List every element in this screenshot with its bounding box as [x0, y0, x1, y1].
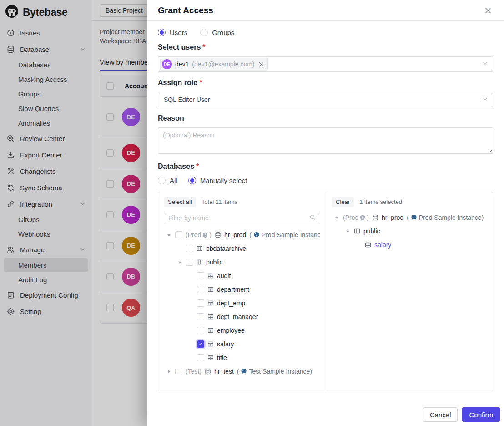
- tree-node-hr-prod[interactable]: (Prod)hr_prod(Prod Sample Instance): [332, 211, 487, 224]
- database-transfer-panel: Select all Total 11 items (Prod)hr_prod(…: [158, 192, 493, 391]
- tree-node-checkbox[interactable]: [175, 231, 182, 238]
- tree-node-employee[interactable]: employee: [164, 324, 320, 337]
- select-users-label: Select users*: [158, 43, 493, 51]
- close-icon[interactable]: [483, 5, 493, 15]
- tree-arrow-spacer: [176, 245, 183, 252]
- tree-collapse-arrow-icon[interactable]: [344, 228, 351, 234]
- tree-node-dept-manager[interactable]: dept_manager: [164, 310, 320, 324]
- tree-node-name: dept_manager: [217, 313, 258, 320]
- tree-node-public[interactable]: public: [164, 255, 320, 269]
- radio-manually-select[interactable]: Manually select: [188, 177, 247, 184]
- tree-collapse-arrow-icon[interactable]: [166, 232, 172, 238]
- tree-node-checkbox[interactable]: [197, 340, 204, 348]
- confirm-button[interactable]: Confirm: [462, 407, 500, 422]
- tree-node-checkbox[interactable]: [197, 354, 204, 361]
- radio-all-databases[interactable]: All: [158, 177, 177, 184]
- tree-arrow-spacer: [187, 300, 194, 306]
- tree-arrow-spacer: [355, 242, 362, 248]
- tree-node-checkbox[interactable]: [186, 245, 193, 252]
- table-icon: [207, 355, 214, 361]
- tree-node-checkbox[interactable]: [197, 272, 204, 279]
- dialog-footer: Cancel Confirm: [147, 403, 504, 426]
- required-asterisk: *: [196, 162, 199, 170]
- avatar: DE: [162, 59, 172, 69]
- tree-collapse-arrow-icon[interactable]: [333, 214, 340, 221]
- postgresql-icon: [411, 214, 417, 221]
- tree-node-department[interactable]: department: [164, 283, 320, 296]
- tree-arrow-spacer: [187, 341, 194, 347]
- tree-node-salary[interactable]: salary: [164, 337, 320, 351]
- tree-node-checkbox[interactable]: [186, 259, 193, 266]
- filter-by-name-input[interactable]: [168, 214, 307, 222]
- reason-label: Reason: [158, 114, 493, 122]
- tree-expand-arrow-icon[interactable]: [166, 368, 172, 375]
- databases-label: Databases*: [158, 162, 493, 171]
- chevron-down-icon: [482, 96, 488, 104]
- chevron-down-icon: [482, 60, 488, 68]
- selected-items-count: 1 items selected: [359, 198, 402, 205]
- select-users-input[interactable]: DE dev1 (dev1@example.com): [158, 56, 493, 72]
- table-icon: [207, 273, 214, 279]
- tree-node-public[interactable]: public: [332, 224, 487, 238]
- tree-arrow-spacer: [187, 314, 194, 320]
- table-icon: [207, 286, 214, 293]
- tree-node-checkbox[interactable]: [197, 286, 204, 293]
- instance-label: (Test Sample Instance): [237, 368, 312, 375]
- environment-protected-shield-icon: [202, 232, 208, 238]
- tree-node-name: public: [206, 259, 223, 266]
- selected-user-tag: DE dev1 (dev1@example.com): [160, 58, 268, 71]
- postgresql-icon: [253, 232, 260, 238]
- tree-arrow-spacer: [187, 286, 194, 293]
- database-icon: [372, 214, 378, 221]
- tree-collapse-arrow-icon[interactable]: [176, 259, 183, 265]
- reason-textarea[interactable]: [158, 127, 493, 154]
- database-scope-radio-group: All Manually select: [158, 177, 493, 184]
- tree-node-hr-test[interactable]: (Test)hr_test(Test Sample Instance): [164, 365, 320, 378]
- tree-node-title[interactable]: title: [164, 351, 320, 365]
- select-all-button[interactable]: Select all: [164, 197, 196, 207]
- table-icon: [207, 314, 214, 320]
- tree-node-name: audit: [217, 272, 231, 279]
- tree-node-name: dept_emp: [217, 299, 245, 307]
- tree-node-hr-prod[interactable]: (Prod)hr_prod(Prod Sample Instance): [164, 228, 320, 242]
- tree-arrow-spacer: [187, 355, 194, 361]
- dialog-header: Grant Access: [147, 0, 504, 21]
- radio-groups[interactable]: Groups: [200, 29, 234, 36]
- tree-node-name: title: [217, 354, 227, 361]
- clear-button[interactable]: Clear: [332, 197, 354, 207]
- selected-user-email: (dev1@example.com): [192, 61, 254, 68]
- environment-label: (Test): [186, 368, 202, 375]
- tree-node-audit[interactable]: audit: [164, 269, 320, 283]
- tree-node-checkbox[interactable]: [197, 299, 204, 307]
- cancel-button[interactable]: Cancel: [423, 407, 458, 422]
- tree-node-name: salary: [217, 340, 234, 348]
- radio-users[interactable]: Users: [158, 29, 187, 36]
- dialog-title: Grant Access: [158, 5, 213, 15]
- transfer-source-panel: Select all Total 11 items (Prod)hr_prod(…: [158, 192, 326, 391]
- tree-node-checkbox[interactable]: [197, 313, 204, 320]
- tree-node-name: public: [363, 228, 380, 235]
- assign-role-select[interactable]: SQL Editor User: [158, 92, 493, 107]
- postgresql-icon: [241, 368, 247, 375]
- radio-manually-select-control[interactable]: [188, 177, 196, 184]
- schema-icon: [354, 228, 360, 234]
- database-icon: [215, 232, 221, 238]
- tree-node-name: bbdataarchive: [206, 245, 246, 252]
- tree-node-name: hr_prod: [224, 231, 246, 238]
- instance-label: (Prod Sample Instance): [249, 231, 320, 238]
- remove-user-icon[interactable]: [259, 62, 264, 67]
- member-type-radio-group: Users Groups: [158, 29, 493, 36]
- tree-node-salary[interactable]: salary: [332, 238, 487, 252]
- database-icon: [205, 368, 211, 375]
- required-asterisk: *: [202, 43, 205, 51]
- assign-role-label: Assign role*: [158, 79, 493, 87]
- tree-node-dept-emp[interactable]: dept_emp: [164, 296, 320, 310]
- search-icon: [310, 214, 316, 222]
- tree-node-name: hr_prod: [382, 214, 403, 221]
- tree-node-checkbox[interactable]: [175, 368, 182, 375]
- tree-node-bbdataarchive[interactable]: bbdataarchive: [164, 242, 320, 255]
- tree-node-checkbox[interactable]: [197, 327, 204, 334]
- radio-groups-control[interactable]: [200, 29, 208, 36]
- radio-users-control[interactable]: [158, 29, 166, 36]
- radio-all-control[interactable]: [158, 177, 166, 184]
